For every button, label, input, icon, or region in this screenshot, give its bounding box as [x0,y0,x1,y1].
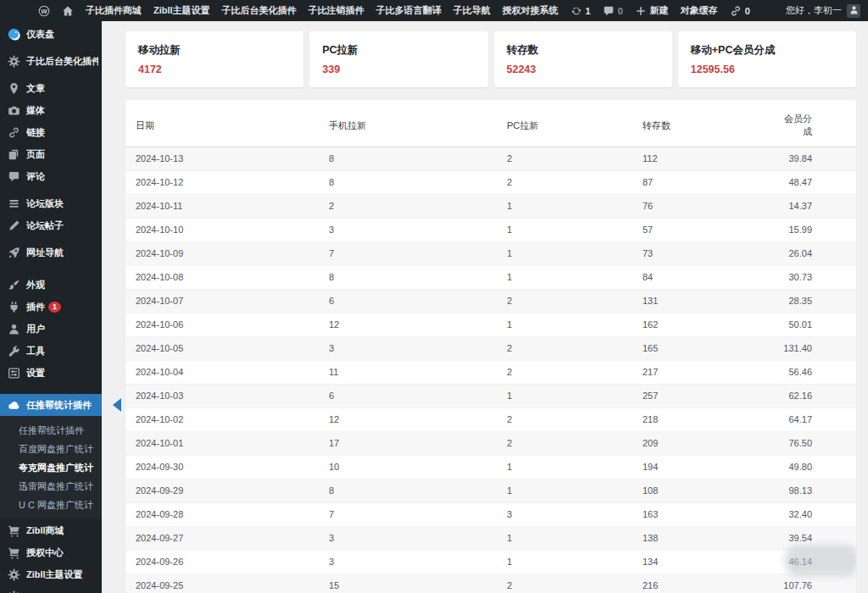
admin-bar: W 子比插件商城Zibll主题设置子比后台美化插件子比注销插件子比多语言翻译子比… [0,0,868,21]
sidebar-item-partial-item[interactable] [0,585,102,593]
sidebar-item-label: 外观 [26,279,45,291]
sidebar-item-plugins[interactable]: 插件1 [0,296,102,318]
comments-indicator[interactable]: 0 [597,0,629,21]
table-cell: 1 [497,195,632,219]
sidebar-item-dashboard[interactable]: 仪表盘 [0,23,102,45]
sidebar-item-media[interactable]: 媒体 [0,99,102,121]
sidebar-item-license-center[interactable]: 授权中心 [0,541,102,563]
table-cell: 56.46 [768,361,856,385]
pin-icon [7,81,20,95]
table-cell: 76.50 [768,432,856,456]
stat-cards: 移动拉新4172PC拉新339转存数52243移动+PC会员分成12595.56 [125,31,856,87]
updates-indicator[interactable]: 1 [565,0,597,21]
avatar[interactable] [847,4,860,18]
sidebar-item-appearance[interactable]: 外观 [0,274,102,296]
table-cell: 216 [632,574,768,593]
stat-card-value: 4172 [138,64,291,75]
admin-bar-item[interactable]: 子比插件商城 [80,0,147,21]
table-cell: 2024-09-30 [125,456,319,479]
sidebar-item-users[interactable]: 用户 [0,318,102,340]
sidebar-item-zibll-store[interactable]: Zibll商城 [0,519,102,541]
pencil-icon [7,219,20,232]
table-cell: 1 [497,479,632,503]
table-row: 2024-10-11217614.37 [125,195,856,219]
link-icon [7,125,20,139]
table-row: 2024-09-298110898.13 [125,479,856,503]
table-cell: 8 [319,171,497,195]
sidebar-item-comments[interactable]: 评论 [0,165,102,187]
table-cell: 1 [497,456,632,479]
sidebar-item-settings[interactable]: 设置 [0,362,102,384]
table-cell: 3 [497,503,632,527]
admin-bar-left: W 子比插件商城Zibll主题设置子比后台美化插件子比注销插件子比多语言翻译子比… [0,0,756,21]
list-icon [7,197,20,210]
table-cell: 2024-10-04 [125,361,319,385]
wp-logo-button[interactable]: W [32,0,56,21]
table-cell: 1 [497,385,632,408]
user-greeting[interactable]: 您好，李初一 [786,4,842,17]
table-cell: 7 [319,503,497,527]
cloud-icon [7,398,20,412]
sidebar-subitem-quark-pan-stats[interactable]: 夸克网盘推广统计 [0,458,102,477]
table-cell: 57 [632,219,768,242]
stats-panel: 日期手机拉新PC拉新转存数会员分成 2024-10-138211239.8420… [125,100,856,593]
admin-bar-item[interactable]: 授权对接系统 [497,0,565,21]
site-home-button[interactable] [56,0,80,21]
new-content-button[interactable]: 新建 [629,0,675,21]
table-cell: 2024-10-08 [125,266,319,290]
table-cell: 64.17 [768,408,856,432]
sidebar-item-forum-posts[interactable]: 论坛帖子 [0,214,102,236]
admin-bar-item[interactable]: 子比后台美化插件 [216,0,303,21]
stat-card-value: 52243 [507,64,659,75]
sidebar-subitem-baidu-pan-stats[interactable]: 百度网盘推广统计 [0,440,102,458]
sidebar-item-label: 论坛版块 [26,197,64,210]
sidebar-item-tools[interactable]: 工具 [0,340,102,362]
sidebar-item-posts[interactable]: 文章 [0,77,102,99]
sidebar-item-stats-plugin[interactable]: 任推帮统计插件 [0,394,102,416]
table-cell: 1 [497,219,632,242]
main-content: 移动拉新4172PC拉新339转存数52243移动+PC会员分成12595.56… [102,21,868,593]
admin-bar-item[interactable]: 子比多语言翻译 [370,0,448,21]
table-cell: 10 [319,456,497,479]
sidebar-item-pages[interactable]: 页面 [0,143,102,165]
table-cell: 62.16 [768,385,856,408]
table-row: 2024-10-0117220976.50 [125,432,856,456]
column-header: 日期 [125,103,319,147]
table-cell: 2 [497,408,632,432]
links-indicator[interactable]: 0 [724,0,756,21]
admin-bar-item[interactable]: 子比注销插件 [303,0,370,21]
sidebar-subitem-stats-home[interactable]: 任推帮统计插件 [0,421,102,440]
table-cell: 2024-10-12 [125,171,319,195]
comment-bubble-icon [603,5,615,17]
sidebar-subitem-uc-pan-stats[interactable]: U C 网盘推广统计 [0,496,102,514]
sidebar: 仪表盘子比后台美化插件文章媒体链接页面评论论坛版块论坛帖子网址导航外观插件1用户… [0,21,102,593]
user-icon [7,322,20,335]
sidebar-item-forum-sections[interactable]: 论坛版块 [0,192,102,214]
sidebar-item-nav-sites[interactable]: 网址导航 [0,241,102,263]
table-cell: 1 [497,266,632,290]
home-icon [62,5,74,17]
sidebar-item-beautify-plugin[interactable]: 子比后台美化插件 [0,50,102,72]
sidebar-subitem-xunlei-pan-stats[interactable]: 迅雷网盘推广统计 [0,477,102,496]
admin-bar-item[interactable]: Zibll主题设置 [147,0,216,21]
admin-bar-item[interactable]: 子比导航 [448,0,497,21]
table-cell: 73 [632,242,768,266]
table-cell: 76 [632,195,768,219]
sidebar-item-links[interactable]: 链接 [0,121,102,143]
cart-icon [7,524,20,537]
stat-card-value: 12595.56 [691,64,843,75]
media-icon [7,103,20,117]
gear-icon [7,568,20,581]
column-header: PC拉新 [497,103,632,147]
table-cell: 84 [632,266,768,290]
wrench-icon [7,344,20,357]
comment-icon [7,169,20,183]
comment-count: 0 [618,6,623,16]
table-row: 2024-10-076213128.35 [125,290,856,313]
sidebar-item-label: Zibll主题设置 [26,568,83,581]
sidebar-item-zibll-theme-settings[interactable]: Zibll主题设置 [0,563,102,585]
table-cell: 98.13 [768,479,856,503]
table-cell: 209 [632,432,768,456]
object-cache-button[interactable]: 对象缓存 [675,0,724,21]
table-cell: 6 [319,385,497,408]
